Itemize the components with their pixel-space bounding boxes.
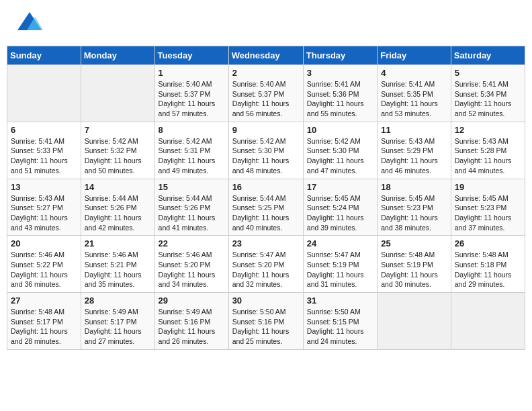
week-row-4: 20Sunrise: 5:46 AMSunset: 5:22 PMDayligh…	[7, 236, 525, 293]
day-number: 9	[232, 125, 300, 135]
day-info: Sunrise: 5:47 AMSunset: 5:20 PMDaylight:…	[232, 250, 300, 289]
day-number: 21	[85, 238, 151, 248]
day-number: 11	[381, 125, 447, 135]
calendar-cell: 24Sunrise: 5:47 AMSunset: 5:19 PMDayligh…	[303, 236, 377, 293]
page-header	[7, 7, 525, 40]
day-number: 3	[307, 68, 373, 78]
day-info: Sunrise: 5:40 AMSunset: 5:37 PMDaylight:…	[232, 79, 300, 119]
header-day-thursday: Thursday	[303, 46, 377, 65]
calendar-cell: 6Sunrise: 5:41 AMSunset: 5:33 PMDaylight…	[7, 122, 81, 179]
calendar-cell: 9Sunrise: 5:42 AMSunset: 5:30 PMDaylight…	[228, 122, 303, 179]
calendar-cell: 27Sunrise: 5:48 AMSunset: 5:17 PMDayligh…	[7, 293, 81, 350]
logo-icon	[9, 7, 43, 40]
day-number: 20	[11, 238, 77, 248]
calendar-cell: 12Sunrise: 5:43 AMSunset: 5:28 PMDayligh…	[451, 122, 525, 179]
day-info: Sunrise: 5:42 AMSunset: 5:30 PMDaylight:…	[307, 136, 373, 176]
calendar-body: 1Sunrise: 5:40 AMSunset: 5:37 PMDaylight…	[7, 65, 525, 350]
calendar-cell	[378, 293, 451, 350]
day-info: Sunrise: 5:41 AMSunset: 5:34 PMDaylight:…	[455, 79, 521, 119]
calendar-cell: 21Sunrise: 5:46 AMSunset: 5:21 PMDayligh…	[81, 236, 154, 293]
calendar-cell	[451, 293, 525, 350]
day-info: Sunrise: 5:41 AMSunset: 5:35 PMDaylight:…	[381, 79, 447, 119]
day-number: 29	[159, 295, 225, 306]
calendar-cell: 26Sunrise: 5:48 AMSunset: 5:18 PMDayligh…	[451, 236, 525, 293]
calendar-cell: 15Sunrise: 5:44 AMSunset: 5:26 PMDayligh…	[154, 179, 228, 236]
day-info: Sunrise: 5:44 AMSunset: 5:25 PMDaylight:…	[232, 193, 300, 233]
day-number: 6	[11, 125, 77, 135]
calendar-cell: 4Sunrise: 5:41 AMSunset: 5:35 PMDaylight…	[378, 65, 451, 122]
calendar-cell: 18Sunrise: 5:45 AMSunset: 5:23 PMDayligh…	[378, 179, 451, 236]
calendar-cell: 23Sunrise: 5:47 AMSunset: 5:20 PMDayligh…	[228, 236, 303, 293]
day-number: 23	[232, 238, 300, 248]
day-number: 31	[307, 295, 373, 306]
week-row-3: 13Sunrise: 5:43 AMSunset: 5:27 PMDayligh…	[7, 179, 525, 236]
day-info: Sunrise: 5:45 AMSunset: 5:23 PMDaylight:…	[381, 193, 447, 233]
day-info: Sunrise: 5:46 AMSunset: 5:21 PMDaylight:…	[85, 250, 151, 289]
day-info: Sunrise: 5:43 AMSunset: 5:27 PMDaylight:…	[11, 193, 77, 233]
day-info: Sunrise: 5:42 AMSunset: 5:31 PMDaylight:…	[159, 136, 225, 176]
calendar-cell: 31Sunrise: 5:50 AMSunset: 5:15 PMDayligh…	[303, 293, 377, 350]
calendar-cell: 19Sunrise: 5:45 AMSunset: 5:23 PMDayligh…	[451, 179, 525, 236]
header-day-saturday: Saturday	[451, 46, 525, 65]
calendar-header: SundayMondayTuesdayWednesdayThursdayFrid…	[7, 46, 525, 65]
calendar-cell: 13Sunrise: 5:43 AMSunset: 5:27 PMDayligh…	[7, 179, 81, 236]
day-number: 17	[307, 182, 373, 192]
calendar-cell: 30Sunrise: 5:50 AMSunset: 5:16 PMDayligh…	[228, 293, 303, 350]
day-info: Sunrise: 5:48 AMSunset: 5:17 PMDaylight:…	[11, 307, 77, 347]
header-row: SundayMondayTuesdayWednesdayThursdayFrid…	[7, 46, 525, 65]
day-info: Sunrise: 5:40 AMSunset: 5:37 PMDaylight:…	[159, 79, 225, 119]
day-number: 8	[159, 125, 225, 135]
logo	[9, 7, 43, 40]
day-number: 15	[159, 182, 225, 192]
calendar-cell: 8Sunrise: 5:42 AMSunset: 5:31 PMDaylight…	[154, 122, 228, 179]
day-number: 25	[381, 238, 447, 248]
day-info: Sunrise: 5:44 AMSunset: 5:26 PMDaylight:…	[85, 193, 151, 233]
day-info: Sunrise: 5:45 AMSunset: 5:24 PMDaylight:…	[307, 193, 373, 233]
day-info: Sunrise: 5:45 AMSunset: 5:23 PMDaylight:…	[455, 193, 521, 233]
day-number: 30	[232, 295, 300, 306]
day-number: 26	[455, 238, 521, 248]
day-number: 5	[455, 68, 521, 78]
day-number: 10	[307, 125, 373, 135]
day-info: Sunrise: 5:50 AMSunset: 5:16 PMDaylight:…	[232, 307, 300, 347]
calendar-cell: 29Sunrise: 5:49 AMSunset: 5:16 PMDayligh…	[154, 293, 228, 350]
day-info: Sunrise: 5:43 AMSunset: 5:29 PMDaylight:…	[381, 136, 447, 176]
calendar-cell: 3Sunrise: 5:41 AMSunset: 5:36 PMDaylight…	[303, 65, 377, 122]
calendar-cell: 11Sunrise: 5:43 AMSunset: 5:29 PMDayligh…	[378, 122, 451, 179]
day-info: Sunrise: 5:46 AMSunset: 5:20 PMDaylight:…	[159, 250, 225, 289]
day-info: Sunrise: 5:41 AMSunset: 5:33 PMDaylight:…	[11, 136, 77, 176]
day-number: 12	[455, 125, 521, 135]
day-info: Sunrise: 5:49 AMSunset: 5:17 PMDaylight:…	[85, 307, 151, 347]
week-row-2: 6Sunrise: 5:41 AMSunset: 5:33 PMDaylight…	[7, 122, 525, 179]
calendar-cell: 1Sunrise: 5:40 AMSunset: 5:37 PMDaylight…	[154, 65, 228, 122]
header-day-sunday: Sunday	[7, 46, 81, 65]
calendar-cell: 16Sunrise: 5:44 AMSunset: 5:25 PMDayligh…	[228, 179, 303, 236]
day-info: Sunrise: 5:44 AMSunset: 5:26 PMDaylight:…	[159, 193, 225, 233]
day-info: Sunrise: 5:43 AMSunset: 5:28 PMDaylight:…	[455, 136, 521, 176]
calendar-cell: 14Sunrise: 5:44 AMSunset: 5:26 PMDayligh…	[81, 179, 154, 236]
day-number: 2	[232, 68, 300, 78]
calendar-cell: 28Sunrise: 5:49 AMSunset: 5:17 PMDayligh…	[81, 293, 154, 350]
day-info: Sunrise: 5:47 AMSunset: 5:19 PMDaylight:…	[307, 250, 373, 289]
calendar-cell: 25Sunrise: 5:48 AMSunset: 5:19 PMDayligh…	[378, 236, 451, 293]
calendar-cell: 7Sunrise: 5:42 AMSunset: 5:32 PMDaylight…	[81, 122, 154, 179]
day-number: 14	[85, 182, 151, 192]
day-number: 24	[307, 238, 373, 248]
day-number: 1	[159, 68, 225, 78]
calendar-cell	[81, 65, 154, 122]
calendar-cell: 10Sunrise: 5:42 AMSunset: 5:30 PMDayligh…	[303, 122, 377, 179]
day-number: 28	[85, 295, 151, 306]
calendar-cell: 2Sunrise: 5:40 AMSunset: 5:37 PMDaylight…	[228, 65, 303, 122]
day-number: 16	[232, 182, 300, 192]
calendar-table: SundayMondayTuesdayWednesdayThursdayFrid…	[7, 46, 525, 350]
day-number: 4	[381, 68, 447, 78]
calendar-cell	[7, 65, 81, 122]
calendar-cell: 22Sunrise: 5:46 AMSunset: 5:20 PMDayligh…	[154, 236, 228, 293]
week-row-5: 27Sunrise: 5:48 AMSunset: 5:17 PMDayligh…	[7, 293, 525, 350]
day-number: 18	[381, 182, 447, 192]
day-info: Sunrise: 5:41 AMSunset: 5:36 PMDaylight:…	[307, 79, 373, 119]
day-info: Sunrise: 5:46 AMSunset: 5:22 PMDaylight:…	[11, 250, 77, 289]
week-row-1: 1Sunrise: 5:40 AMSunset: 5:37 PMDaylight…	[7, 65, 525, 122]
calendar-cell: 17Sunrise: 5:45 AMSunset: 5:24 PMDayligh…	[303, 179, 377, 236]
header-day-wednesday: Wednesday	[228, 46, 303, 65]
